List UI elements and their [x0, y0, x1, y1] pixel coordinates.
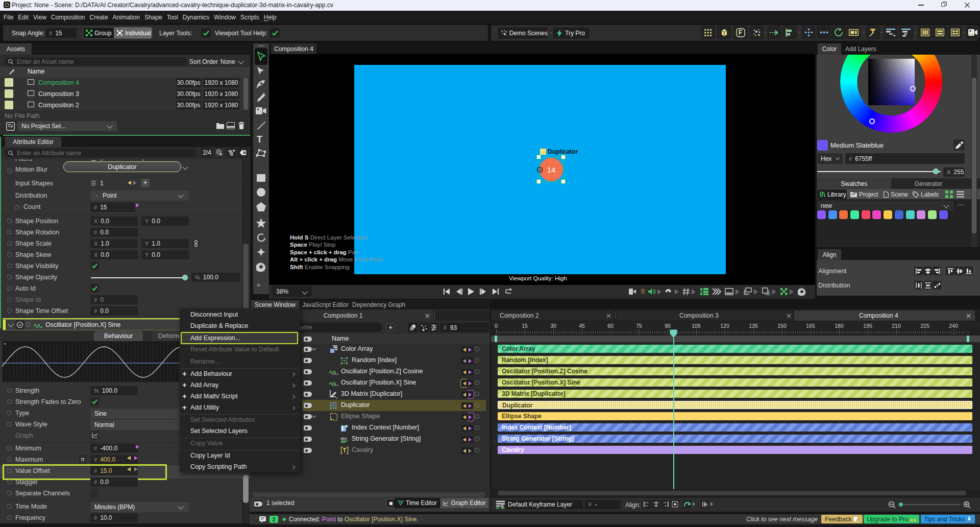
svg-text:abc: abc	[340, 436, 347, 441]
